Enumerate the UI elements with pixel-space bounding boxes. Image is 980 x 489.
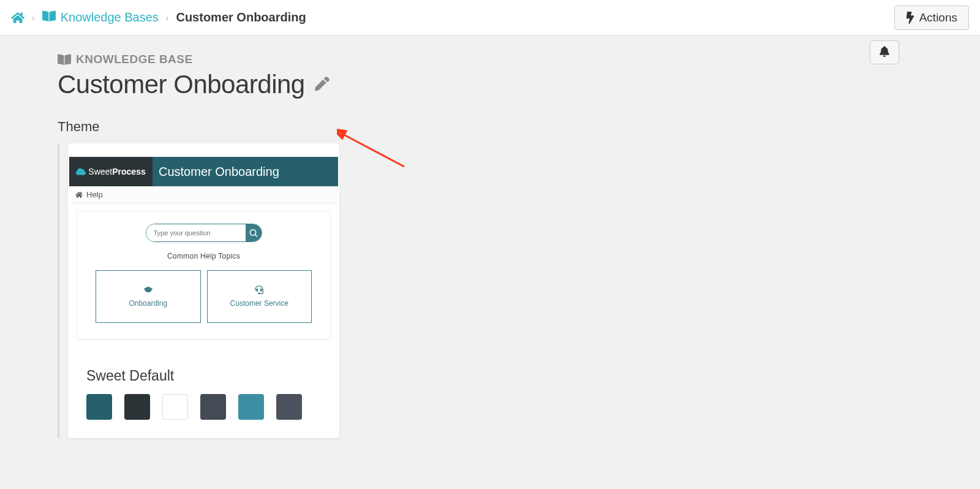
theme-section-heading: Theme (58, 119, 980, 135)
book-icon (42, 9, 56, 23)
theme-swatch-2[interactable] (124, 394, 150, 420)
breadcrumb-knowledge-bases-label: Knowledge Bases (61, 10, 159, 25)
preview-topic-grid: Onboarding Customer Service (96, 270, 312, 323)
cloud-icon (76, 167, 86, 176)
preview-help-bar: Help (69, 186, 338, 203)
breadcrumb-home[interactable] (11, 11, 24, 25)
breadcrumb-current: Customer Onboarding (176, 10, 306, 25)
theme-area: SweetProcess Customer Onboarding Help (58, 143, 339, 438)
chevron-right-icon: › (32, 13, 35, 23)
graduation-cap-icon (144, 286, 153, 294)
preview-topic-customer-service[interactable]: Customer Service (207, 270, 312, 323)
pencil-icon (315, 77, 330, 91)
breadcrumb: › Knowledge Bases › Customer Onboarding (11, 9, 306, 26)
theme-swatch-4[interactable] (200, 394, 226, 420)
book-icon (58, 53, 71, 66)
svg-line-0 (342, 134, 404, 167)
preview-body: Common Help Topics Onboarding Customer S… (77, 211, 331, 339)
actions-button[interactable]: Actions (894, 6, 969, 30)
bell-icon (879, 46, 890, 57)
edit-title-button[interactable] (312, 74, 332, 96)
page-kicker: KNOWLEDGE BASE (58, 53, 980, 66)
page-title: Customer Onboarding (58, 70, 305, 99)
topbar: › Knowledge Bases › Customer Onboarding … (0, 0, 980, 36)
preview-brand: SweetProcess (69, 157, 153, 186)
annotation-arrow-icon (337, 129, 410, 172)
home-icon (75, 191, 83, 199)
lightning-icon (906, 12, 914, 24)
theme-swatch-5[interactable] (238, 394, 264, 420)
preview-brand-process: Process (112, 167, 145, 176)
preview-topic-onboarding[interactable]: Onboarding (96, 270, 201, 323)
main-content: KNOWLEDGE BASE Customer Onboarding Theme… (0, 36, 980, 438)
preview-title: Customer Onboarding (153, 157, 338, 186)
headset-icon (255, 286, 263, 294)
breadcrumb-knowledge-bases[interactable]: Knowledge Bases (42, 9, 159, 26)
page-kicker-label: KNOWLEDGE BASE (76, 53, 193, 66)
preview-topic-label: Customer Service (230, 299, 288, 308)
preview-search-input[interactable] (146, 224, 246, 241)
theme-swatch-1[interactable] (86, 394, 112, 420)
theme-name: Sweet Default (86, 368, 174, 384)
preview-brand-sweet: Sweet (88, 167, 112, 176)
preview-search-button[interactable] (246, 224, 262, 241)
preview-common-topics-label: Common Help Topics (96, 252, 312, 260)
theme-swatch-row (68, 384, 339, 438)
chevron-right-icon: › (166, 13, 169, 23)
home-icon (11, 11, 24, 25)
preview-header: SweetProcess Customer Onboarding (69, 157, 338, 186)
preview-topic-label: Onboarding (129, 299, 167, 308)
preview-help-label: Help (86, 190, 103, 199)
preview-search (146, 224, 262, 242)
search-icon (249, 229, 257, 237)
notifications-button[interactable] (870, 40, 899, 64)
theme-swatch-6[interactable] (276, 394, 302, 420)
theme-preview-card[interactable]: SweetProcess Customer Onboarding Help (68, 143, 339, 438)
actions-button-label: Actions (919, 11, 957, 25)
theme-swatch-3[interactable] (162, 394, 188, 420)
